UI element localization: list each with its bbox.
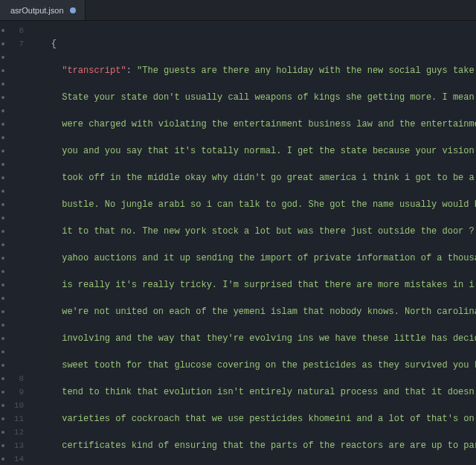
code-wrap: took off in the middle okay why didn't g…: [30, 171, 476, 185]
code-wrap: you and you say that it's totally normal…: [30, 144, 476, 158]
line-number: 7: [0, 37, 24, 51]
line-wrap-marker: [0, 64, 24, 77]
line-number: 14: [0, 452, 24, 465]
gutter: 6 7 8 9 10 11 12 13 14 15 16 17: [0, 21, 30, 465]
line-wrap-marker: [0, 144, 24, 158]
line-wrap-marker: [0, 305, 24, 318]
line-wrap-marker: [0, 332, 24, 345]
code-wrap: it to that no. The new york stock a lot …: [30, 225, 476, 238]
line-wrap-marker: [0, 292, 24, 305]
code-wrap: were charged with violating the entertai…: [30, 118, 476, 131]
code-wrap: bustle. No jungle arabi so i can talk to…: [30, 198, 476, 211]
code-wrap: varieties of cockroach that we use pesti…: [30, 412, 476, 426]
line-wrap-marker: [0, 104, 24, 118]
code-wrap: certificates kind of ensuring that the p…: [30, 439, 476, 452]
line-number: 12: [0, 426, 24, 439]
code-wrap: yahoo auctions and it up sending the imp…: [30, 251, 476, 265]
line-wrap-marker: [0, 278, 24, 292]
line-number: 6: [0, 24, 24, 37]
code-area[interactable]: { "transcript": "The guests are there an…: [30, 21, 476, 465]
line-wrap-marker: [0, 51, 24, 64]
line-number: 11: [0, 412, 24, 426]
line-wrap-marker: [0, 225, 24, 238]
code-wrap: we're not united on each of the yemeni i…: [30, 305, 476, 318]
line-wrap-marker: [0, 198, 24, 211]
line-wrap-marker: [0, 158, 24, 171]
line-wrap-marker: [0, 318, 24, 332]
code-wrap: involving and the way that they're evolv…: [30, 332, 476, 345]
modified-dot-icon: [70, 7, 76, 13]
editor[interactable]: 6 7 8 9 10 11 12 13 14 15 16 17: [0, 21, 476, 465]
line-wrap-marker: [0, 345, 24, 359]
code-line: "transcript": "The guests are there any …: [30, 64, 476, 77]
line-number: 10: [0, 399, 24, 412]
line-number: 9: [0, 385, 24, 399]
line-wrap-marker: [0, 359, 24, 372]
line-number: 13: [0, 439, 24, 452]
code-wrap: State your state don't usually call weap…: [30, 91, 476, 104]
tab-asroutput[interactable]: asrOutput.json: [0, 0, 86, 20]
line-wrap-marker: [0, 211, 24, 225]
code-wrap: sweet tooth for that glucose covering on…: [30, 359, 476, 372]
line-wrap-marker: [0, 238, 24, 251]
line-wrap-marker: [0, 118, 24, 131]
line-wrap-marker: [0, 265, 24, 278]
code-wrap: is really it's really tricky. I'm surpri…: [30, 278, 476, 292]
line-wrap-marker: [0, 171, 24, 185]
line-wrap-marker: [0, 131, 24, 144]
line-wrap-marker: [0, 251, 24, 265]
code-line: {: [30, 37, 476, 51]
line-wrap-marker: [0, 185, 24, 198]
line-number: 8: [0, 372, 24, 385]
line-wrap-marker: [0, 91, 24, 104]
line-wrap-marker: [0, 77, 24, 91]
code-wrap: tend to think that evolution isn't entir…: [30, 385, 476, 399]
tab-filename: asrOutput.json: [10, 6, 64, 15]
tab-bar: asrOutput.json: [0, 0, 476, 21]
